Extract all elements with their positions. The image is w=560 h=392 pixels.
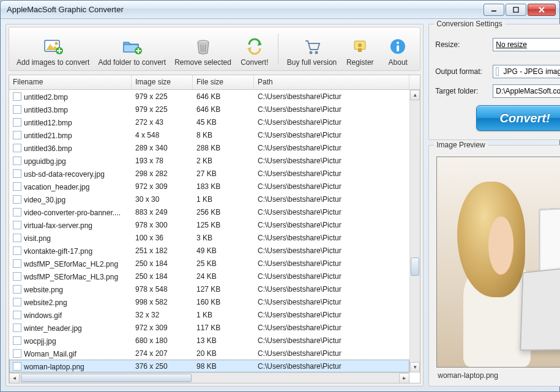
register-icon [349, 36, 370, 57]
left-pane: Add images to convert Add folder to conv… [6, 24, 424, 386]
about-button[interactable]: About [379, 30, 416, 68]
file-icon [13, 311, 21, 319]
table-row[interactable]: website2.png998 x 582160 KBC:\Users\best… [9, 295, 409, 308]
output-format-combo[interactable]: JPG - JPEG image form [493, 65, 560, 78]
file-icon [13, 131, 21, 139]
table-row[interactable]: wocpjj.jpg680 x 18013 KBC:\Users\bestsha… [9, 334, 409, 347]
grid-body[interactable]: untitled2.bmp979 x 225646 KBC:\Users\bes… [9, 90, 409, 372]
minimize-button[interactable] [483, 4, 504, 16]
h-scroll-track[interactable] [20, 373, 399, 383]
scroll-thumb[interactable] [411, 257, 419, 276]
scroll-down-button[interactable]: ▼ [410, 362, 420, 372]
table-row[interactable]: video-converter-pro-banner....883 x 2492… [9, 205, 409, 218]
table-row[interactable]: untitled2.bmp979 x 225646 KBC:\Users\bes… [9, 90, 409, 103]
file-icon [13, 362, 21, 371]
table-row[interactable]: untitled36.bmp289 x 340288 KBC:\Users\be… [9, 141, 409, 154]
table-row[interactable]: wdsfMP_SEforMac_HL3.png250 x 18424 KBC:\… [9, 270, 409, 283]
vertical-scrollbar[interactable]: ▲ ▼ [409, 90, 420, 372]
convert-toolbar-button[interactable]: Convert! [236, 30, 273, 68]
file-icon [13, 259, 21, 268]
table-row[interactable]: untitled21.bmp4 x 5488 KBC:\Users\bestsh… [9, 128, 409, 141]
add-images-label: Add images to convert [17, 58, 89, 67]
col-filesize[interactable]: File size [193, 75, 254, 89]
scroll-up-button[interactable]: ▲ [410, 90, 420, 100]
right-pane: Conversion Settings Resize: No resize Ou… [428, 24, 560, 386]
table-row[interactable]: Woman_Mail.gif274 x 20720 KBC:\Users\bes… [9, 347, 409, 360]
table-row[interactable]: untitled12.bmp272 x 4345 KBC:\Users\best… [9, 116, 409, 128]
client-area: Add images to convert Add folder to conv… [1, 19, 559, 391]
add-folder-button[interactable]: Add folder to convert [94, 30, 170, 68]
grid-header: Filename Image size File size Path [9, 75, 420, 90]
file-icon [13, 92, 21, 101]
format-label: Output format: [435, 67, 488, 76]
table-row[interactable]: woman-laptop.png376 x 25098 KBC:\Users\b… [9, 360, 409, 372]
minimize-icon [491, 7, 497, 13]
file-icon [13, 195, 21, 204]
svg-point-20 [315, 51, 318, 54]
main-toolbar: Add images to convert Add folder to conv… [9, 27, 420, 71]
file-icon [496, 67, 498, 76]
maximize-button[interactable] [506, 4, 526, 16]
file-icon [13, 157, 21, 165]
buy-button[interactable]: Buy full version [283, 30, 340, 68]
table-row[interactable]: virtual-fax-server.png978 x 300125 KBC:\… [9, 218, 409, 231]
convert-main-button[interactable]: Convert! [476, 105, 560, 131]
convert-label: Convert! [241, 58, 268, 67]
svg-rect-23 [358, 48, 362, 52]
preview-caption: woman-laptop.png [435, 370, 560, 380]
table-row[interactable]: winter_header.jpg972 x 309117 KBC:\Users… [9, 321, 409, 334]
table-row[interactable]: upguidbg.jpg193 x 782 KBC:\Users\bestsha… [9, 154, 409, 167]
register-label: Register [346, 58, 374, 67]
svg-point-22 [358, 43, 362, 47]
file-icon [13, 118, 21, 127]
titlebar[interactable]: AppleMacSoft Graphic Converter [1, 1, 559, 19]
file-icon [13, 208, 21, 216]
file-icon [13, 349, 21, 358]
svg-point-25 [397, 42, 399, 44]
conversion-settings-group: Conversion Settings Resize: No resize Ou… [428, 24, 560, 140]
file-icon [13, 234, 21, 242]
table-row[interactable]: windows.gif32 x 321 KBC:\Users\bestshare… [9, 308, 409, 321]
info-icon [387, 36, 408, 57]
table-row[interactable]: website.png978 x 548127 KBC:\Users\bests… [9, 283, 409, 295]
remove-selected-button[interactable]: Remove selected [171, 30, 235, 68]
h-scroll-thumb[interactable] [21, 374, 192, 382]
table-row[interactable]: vkontakte-gift-17.png251 x 18249 KBC:\Us… [9, 244, 409, 257]
maximize-icon [513, 7, 519, 13]
format-value: JPG - JPEG image form [504, 67, 560, 76]
file-icon [13, 285, 21, 294]
file-icon [13, 182, 21, 191]
about-label: About [389, 58, 408, 67]
resize-combo[interactable]: No resize [493, 38, 560, 51]
file-icon [13, 336, 21, 345]
svg-point-6 [54, 42, 58, 45]
table-row[interactable]: untitled3.bmp979 x 225646 KBC:\Users\bes… [9, 103, 409, 116]
file-icon [13, 105, 21, 114]
target-folder-input[interactable]: D:\AppleMacSoft.com\images [493, 84, 560, 98]
table-row[interactable]: video_30.jpg30 x 301 KBC:\Users\bestshar… [9, 193, 409, 205]
buy-label: Buy full version [287, 58, 337, 67]
resize-value: No resize [496, 40, 527, 49]
svg-point-19 [309, 51, 312, 54]
add-folder-label: Add folder to convert [98, 58, 166, 67]
col-filename[interactable]: Filename [9, 75, 132, 89]
resize-label: Resize: [435, 40, 488, 49]
horizontal-scrollbar[interactable]: ◄ ► [9, 372, 409, 383]
add-images-icon [43, 36, 64, 57]
table-row[interactable]: wdsfMP_SEforMac_HL2.png250 x 18425 KBC:\… [9, 257, 409, 270]
preview-illustration [437, 157, 560, 367]
table-row[interactable]: usb-sd-data-recovery.jpg298 x 28227 KBC:… [9, 167, 409, 180]
col-path[interactable]: Path [254, 75, 409, 89]
register-button[interactable]: Register [342, 30, 378, 68]
table-row[interactable]: vacation_header.jpg972 x 309183 KBC:\Use… [9, 180, 409, 193]
scroll-track[interactable] [410, 100, 420, 362]
scroll-left-button[interactable]: ◄ [9, 373, 20, 383]
file-icon [13, 144, 21, 152]
scroll-right-button[interactable]: ► [399, 373, 409, 383]
table-row[interactable]: visit.png100 x 363 KBC:\Users\bestshare\… [9, 231, 409, 244]
close-button[interactable] [528, 4, 556, 16]
col-imagesize[interactable]: Image size [132, 75, 193, 89]
add-folder-icon [122, 36, 143, 57]
add-images-button[interactable]: Add images to convert [13, 30, 93, 68]
svg-rect-1 [513, 7, 518, 12]
